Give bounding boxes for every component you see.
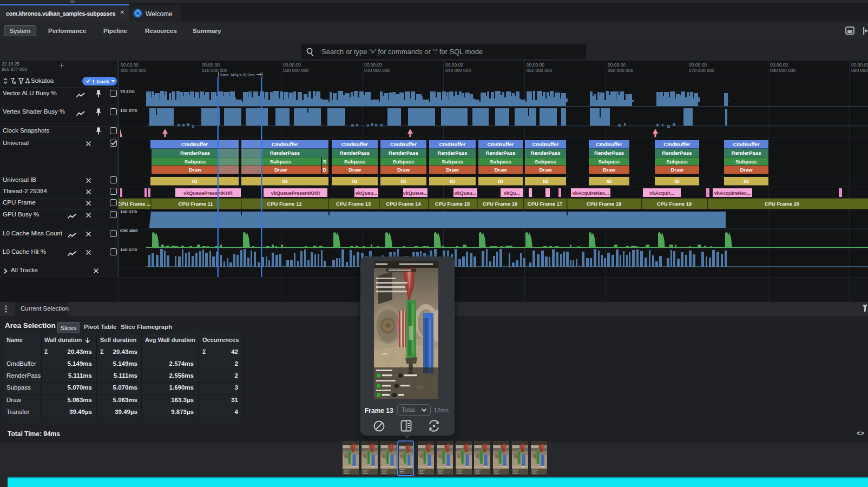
svg-text:vkAcquireNex...: vkAcquireNex... (714, 190, 751, 196)
svg-text:vkQu...: vkQu... (504, 190, 520, 196)
svg-text:vkAcquireNex...: vkAcquireNex... (573, 190, 609, 196)
svg-text:CmdBuffer: CmdBuffer (532, 141, 558, 147)
svg-text:Draw: Draw (446, 167, 459, 173)
svg-text:vkQueuePresentKHR: vkQueuePresentKHR (271, 190, 320, 196)
svg-text:Draw: Draw (274, 167, 287, 173)
svg-text:CmdBuffer: CmdBuffer (596, 141, 622, 147)
svg-text:RenderPass: RenderPass (438, 150, 468, 156)
svg-text:IB: IB (450, 178, 455, 184)
svg-text:CPU Frame 19: CPU Frame 19 (657, 201, 692, 207)
svg-text:IB: IB (607, 178, 612, 184)
svg-text:00:00:00: 00:00:00 (851, 62, 868, 68)
svg-text:00:00:00: 00:00:00 (527, 62, 544, 68)
svg-text:CPU Frame 18: CPU Frame 18 (587, 201, 621, 207)
svg-text:CmdBuffer: CmdBuffer (487, 141, 514, 147)
svg-text:CPU Frame 16: CPU Frame 16 (483, 201, 517, 207)
svg-text:5ms 345µs 527ns: 5ms 345µs 527ns (220, 73, 254, 77)
svg-text:040 000 000: 040 000 000 (445, 68, 471, 73)
svg-text:vkQueu...: vkQueu... (455, 190, 477, 196)
svg-text:Subpass: Subpass (599, 159, 620, 164)
svg-text:IB: IB (401, 178, 406, 184)
svg-text:100 37/0: 100 37/0 (120, 209, 137, 214)
svg-text:CPU Frame ...: CPU Frame ... (118, 201, 151, 207)
svg-text:00:00:00: 00:00:00 (202, 62, 220, 68)
svg-text:060 000 000: 060 000 000 (608, 68, 634, 73)
svg-text:CPU Frame 20: CPU Frame 20 (765, 201, 799, 207)
svg-text:Subpass: Subpass (270, 159, 292, 164)
svg-text:RenderPass: RenderPass (389, 150, 418, 156)
svg-text:CPU Frame 17: CPU Frame 17 (528, 201, 562, 207)
svg-text:Subpass: Subpass (393, 159, 415, 164)
svg-text:000 000 000: 000 000 000 (121, 68, 147, 73)
svg-text:IB: IB (282, 178, 288, 184)
svg-text:Draw: Draw (603, 167, 616, 173)
svg-text:IB: IB (352, 178, 358, 184)
svg-text:CmdBuffer: CmdBuffer (272, 141, 298, 147)
svg-text:Subpass: Subpass (535, 159, 556, 164)
svg-text:IB: IB (192, 178, 198, 184)
svg-text:100 37/0: 100 37/0 (120, 247, 137, 252)
svg-text:00:00:00: 00:00:00 (364, 62, 382, 68)
svg-text:00:00:00: 00:00:00 (121, 62, 139, 68)
svg-text:Subpass: Subpass (666, 159, 688, 164)
svg-text:RenderPass: RenderPass (180, 150, 210, 156)
svg-text:RenderPass: RenderPass (662, 150, 692, 156)
svg-text:RenderPass: RenderPass (270, 150, 300, 156)
svg-text:CPU Frame 15: CPU Frame 15 (435, 201, 470, 207)
svg-text:S: S (323, 159, 326, 164)
svg-text:CmdBuffer: CmdBuffer (341, 141, 368, 147)
svg-text:IB: IB (744, 178, 749, 184)
svg-text:050 000 000: 050 000 000 (527, 68, 553, 73)
svg-text:Subpass: Subpass (344, 159, 366, 164)
svg-text:CmdBuffer: CmdBuffer (733, 141, 759, 147)
svg-text:Draw: Draw (348, 167, 361, 173)
svg-text:CPU Frame 11: CPU Frame 11 (179, 201, 214, 207)
svg-text:IB: IB (543, 178, 548, 184)
svg-text:vkQueu...: vkQueu... (356, 190, 378, 196)
svg-text:75 37/0: 75 37/0 (120, 89, 135, 94)
svg-text:080 000 000: 080 000 000 (770, 68, 796, 73)
svg-text:Draw: Draw (740, 167, 753, 173)
svg-text:CPU Frame 12: CPU Frame 12 (267, 201, 301, 207)
svg-text:CmdBuffer: CmdBuffer (439, 141, 465, 147)
svg-text:00:00:00: 00:00:00 (283, 62, 301, 68)
svg-text:CPU Frame 13: CPU Frame 13 (336, 201, 371, 207)
svg-text:00:00:00: 00:00:00 (445, 62, 463, 68)
svg-text:IB: IB (498, 178, 503, 184)
svg-text:RenderPass: RenderPass (594, 150, 624, 156)
svg-text:Subpass: Subpass (735, 159, 757, 164)
svg-text:00:00:00: 00:00:00 (608, 62, 626, 68)
svg-text:100 37/0: 100 37/0 (120, 108, 137, 113)
svg-text:070 000 000: 070 000 000 (689, 68, 715, 73)
svg-text:RenderPass: RenderPass (531, 150, 561, 156)
svg-text:Draw: Draw (189, 167, 202, 173)
svg-text:CmdBuffer: CmdBuffer (390, 141, 417, 147)
svg-text:vkQueue...: vkQueue... (403, 190, 428, 196)
svg-text:090 000 000: 090 000 000 (851, 68, 868, 73)
svg-text:Subpass: Subpass (442, 159, 463, 164)
svg-text:Draw: Draw (494, 167, 507, 173)
svg-text:00:00:00: 00:00:00 (770, 62, 788, 68)
svg-text:IB: IB (674, 178, 680, 184)
svg-text:CPU Frame 14: CPU Frame 14 (386, 201, 421, 207)
svg-text:vkAcquir...: vkAcquir... (649, 190, 674, 196)
svg-text:Draw: Draw (670, 167, 683, 173)
svg-text:CmdBuffer: CmdBuffer (181, 141, 208, 147)
svg-text:Subpass: Subpass (185, 159, 206, 164)
svg-text:020 000 000: 020 000 000 (283, 68, 309, 73)
svg-text:D: D (323, 167, 327, 173)
svg-text:RenderPass: RenderPass (486, 150, 516, 156)
svg-text:RenderPass: RenderPass (732, 150, 761, 156)
svg-text:00:00:00: 00:00:00 (689, 62, 707, 68)
svg-text:Draw: Draw (539, 167, 552, 173)
svg-text:vkQueuePresentKHR: vkQueuePresentKHR (183, 190, 233, 196)
svg-text:Draw: Draw (397, 167, 410, 173)
svg-text:CmdBuffer: CmdBuffer (663, 141, 690, 147)
svg-text:030 000 000: 030 000 000 (364, 68, 390, 73)
svg-text:RenderPass: RenderPass (340, 150, 370, 156)
svg-text:Subpass: Subpass (490, 159, 511, 164)
